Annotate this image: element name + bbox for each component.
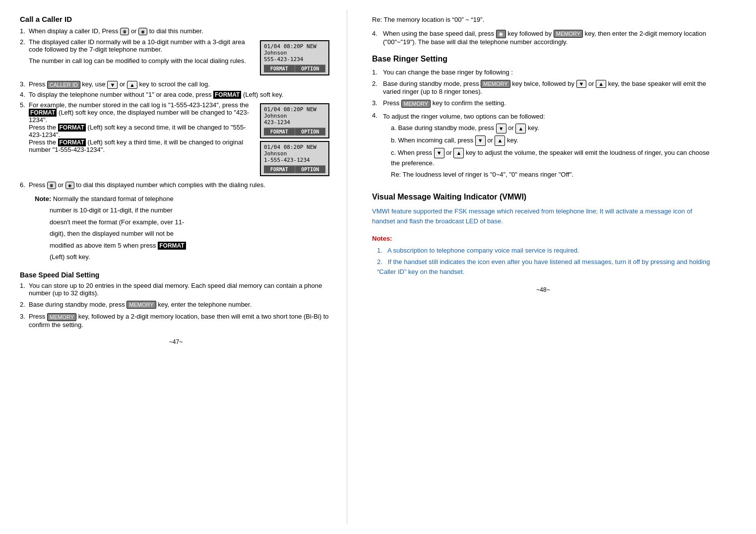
item-6-num: 6. [20,181,29,189]
item-6: 6. Press ☎ or ◉ to dial this displayed n… [20,181,332,189]
lcd1-format-btn: FORMAT [264,65,295,72]
ringer-item-4-content: To adjust the ringer volume, two options… [383,112,714,182]
local-dialing-note: The number in call log can be modified t… [29,56,255,66]
memory-key-r: MEMORY [554,30,583,38]
up-key-c: ▲ [453,148,464,158]
lcd1-line1: 01/04 08:20P NEW [264,43,325,50]
page-num-left: ~47~ [20,338,332,345]
format-key-5b: FORMAT [58,124,86,132]
lcd3-format-btn: FORMAT [264,166,295,173]
spd-key-r: ◉ [496,30,506,38]
call-caller-id-title: Call a Caller ID [20,15,332,23]
speed-item-2-num: 2. [20,301,29,309]
format-key-5c: FORMAT [58,138,86,146]
item-2-wrap: 2. The displayed caller ID normally will… [20,38,332,77]
vmwi-blue-text: VMWI feature supported the FSK message w… [372,206,714,227]
ringer-item-3-content: Press MEMORY key to confirm the setting. [383,99,506,108]
note-line2: doesn't meet the format (For example, ov… [50,217,332,227]
ringer-item-3-num: 3. [372,99,383,108]
lcd2-option-btn: OPTION [295,128,326,135]
ringer-section: Base Ringer Setting 1. You can change th… [372,55,714,182]
note-label: Note: Normally the standard format of te… [35,194,332,204]
lcd2-line2: Johnson [264,113,325,119]
talk-key-6: ☎ [47,182,56,189]
ringer-vol-a: a. Base during standby mode, press ▼ or … [391,123,714,134]
format-key-5a: FORMAT [29,109,57,117]
up-key-r2: ▲ [596,80,606,88]
lcd1-option-btn: OPTION [295,65,326,72]
ringer-re: Re: The loudness level of ringer is "0~4… [391,170,714,180]
item-5-num: 5. [20,101,29,153]
right-item-4-content: When using the base speed dail, press ◉ … [383,30,714,46]
memory-key-r2: MEMORY [481,80,510,88]
notes-title: Notes: [372,234,714,244]
callerid-key: CALLER ID [47,81,80,89]
up-key-3: ▲ [127,81,137,89]
item-4-content: To display the telephone number without … [29,91,283,98]
re-text: Re: The memory location is “00” ~ “19”. [372,15,714,25]
speed-item-1-num: 1. [20,282,29,297]
item-2-content: The displayed caller ID normally will be… [29,38,255,53]
item-5-wrap: 5. For example, the number stored in the… [20,101,332,178]
ringer-item-2: 2. Base during standby mode, press MEMOR… [372,80,714,96]
item-4-num: 4. [20,91,29,98]
speed-item-2-content: Base during standby mode, press MEMORY k… [29,301,252,309]
down-key-c: ▼ [434,148,444,158]
note-line4: modified as above item 5 when press FORM… [50,241,332,251]
item-1-num: 1. [20,27,29,35]
ringer-item-1-content: You can change the base ringer by follow… [383,68,513,76]
item-3: 3. Press CALLER ID key, use ▼ or ▲ key t… [20,80,332,89]
item-2-num: 2. [20,38,29,53]
ringer-item-2-num: 2. [372,80,383,96]
item-1: 1. When display a caller ID, Press ☎ or … [20,27,332,35]
note-block: Note: Normally the standard format of te… [35,194,332,262]
ringer-item-3: 3. Press MEMORY key to confirm the setti… [372,99,714,108]
item-5-text: 5. For example, the number stored in the… [20,101,260,155]
up-key-b: ▲ [495,135,505,146]
ringer-item-1: 1. You can change the base ringer by fol… [372,68,714,76]
speed-item-3-num: 3. [20,313,29,329]
ringer-item-2-content: Base during standby mode, press MEMORY k… [383,80,714,96]
memory-key-r3: MEMORY [401,100,431,108]
lcd2-line3: 423-1234 [264,119,325,126]
item-1-content: When display a caller ID, Press ☎ or ◉ t… [29,27,332,35]
talk-key: ☎ [120,28,129,35]
lcd3-line3: 1-555-423-1234 [264,157,325,163]
lcd3-line2: Johnson [264,150,325,157]
speed-item-1: 1. You can store up to 20 entries in the… [20,282,332,297]
ringer-item-4-num: 4. [372,112,383,182]
ringer-item-4: 4. To adjust the ringer volume, two opti… [372,112,714,182]
down-key-r2: ▼ [576,80,587,88]
speed-item-1-content: You can store up to 20 entries in the sp… [29,282,332,297]
vmwi-section: Visual Message Waiting Indicator (VMWI) … [372,193,714,277]
note-item-2: 2. If the handset still indicates the ic… [377,257,714,276]
lcd3-line1: 01/04 08:20P NEW [264,144,325,150]
item-3-content: Press CALLER ID key, use ▼ or ▲ key to s… [29,80,210,89]
lcd2-line1: 01/04 08:20P NEW [264,106,325,113]
down-key-b: ▼ [475,135,486,146]
speed-item-2: 2. Base during standby mode, press MEMOR… [20,301,332,309]
speed-item-3: 3. Press MEMORY key, followed by a 2-dig… [20,313,332,329]
speed-item-3-content: Press MEMORY key, followed by a 2-digit … [29,313,332,329]
spkr-key: ◉ [138,28,147,35]
item-6-content: Press ☎ or ◉ to dial this displayed numb… [29,181,265,189]
right-item-4: 4. When using the base speed dail, press… [372,30,714,46]
item-3-num: 3. [20,80,29,89]
notes-list: 1. A subscription to telephone company v… [372,246,714,277]
memory-key-2: MEMORY [126,301,156,309]
page-num-right: ~48~ [372,286,714,293]
vmwi-title: Visual Message Waiting Indicator (VMWI) [372,193,714,201]
call-caller-id-section: Call a Caller ID 1. When display a calle… [20,15,332,262]
format-key-4: FORMAT [213,91,241,99]
note-line3: digit), then the displayed number will n… [50,229,332,239]
ringer-item-1-num: 1. [372,68,383,76]
note-item-1: 1. A subscription to telephone company v… [377,246,714,256]
lcd-display-2-3: 01/04 08:20P NEW Johnson 423-1234 FORMAT… [260,101,332,178]
base-speed-dial-section: Base Speed Dial Setting 1. You can store… [20,271,332,329]
note-line1: number is 10-digit or 11-digit, if the n… [50,205,332,215]
item-2-text: 2. The displayed caller ID normally will… [20,38,260,69]
ringer-vol-c: c. When press ▼ or ▲ key to adjust the v… [391,148,714,168]
ringer-vol-intro: To adjust the ringer volume, two options… [383,112,714,122]
spkr-key-6: ◉ [65,182,74,189]
lcd2-format-btn: FORMAT [264,128,295,135]
